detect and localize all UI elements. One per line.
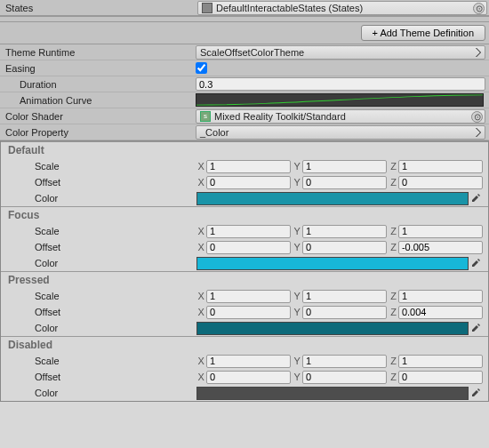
- scale-y-input[interactable]: [302, 225, 387, 238]
- axis-label-z: Z: [389, 161, 397, 172]
- state-group: Focus Scale X Y Z Offset X Y Z Color: [1, 206, 488, 271]
- color-property-dropdown[interactable]: _Color: [196, 125, 485, 140]
- states-object-field[interactable]: DefaultInteractableStates (States): [197, 1, 487, 15]
- axis-label-y: Y: [293, 226, 301, 236]
- color-label: Color: [1, 258, 196, 268]
- scale-x-input[interactable]: [206, 160, 291, 173]
- axis-label-x: X: [196, 177, 204, 188]
- scale-label: Scale: [1, 226, 196, 236]
- eyedropper-icon[interactable]: [469, 388, 483, 398]
- states-label: States: [0, 3, 196, 13]
- animation-curve-field[interactable]: [196, 93, 484, 107]
- offset-label: Offset: [1, 177, 196, 188]
- axis-label-x: X: [196, 291, 204, 301]
- axis-label-z: Z: [389, 307, 397, 317]
- axis-label-z: Z: [389, 177, 397, 188]
- state-group: Disabled Scale X Y Z Offset X Y Z Color: [1, 336, 488, 401]
- color-shader-object-field[interactable]: s Mixed Reality Toolkit/Standard: [196, 109, 485, 124]
- scale-label: Scale: [1, 356, 196, 366]
- eyedropper-icon[interactable]: [469, 323, 483, 333]
- offset-x-input[interactable]: [206, 371, 291, 384]
- state-header: Pressed: [1, 272, 488, 288]
- offset-label: Offset: [1, 372, 196, 382]
- add-theme-definition-button[interactable]: + Add Theme Definition: [361, 25, 485, 41]
- offset-x-input[interactable]: [206, 241, 291, 254]
- color-field[interactable]: [196, 257, 469, 270]
- eyedropper-icon[interactable]: [469, 193, 483, 204]
- axis-label-y: Y: [293, 372, 301, 382]
- color-shader-label: Color Shader: [0, 111, 196, 122]
- scale-z-input[interactable]: [398, 225, 483, 238]
- shader-icon: s: [200, 111, 211, 122]
- offset-y-input[interactable]: [302, 306, 387, 319]
- scale-z-input[interactable]: [398, 160, 483, 173]
- offset-y-input[interactable]: [302, 241, 387, 254]
- color-field[interactable]: [196, 322, 469, 335]
- scale-x-input[interactable]: [206, 290, 291, 303]
- object-picker-icon[interactable]: [473, 3, 485, 14]
- axis-label-y: Y: [293, 291, 301, 301]
- offset-label: Offset: [1, 242, 196, 252]
- axis-label-y: Y: [293, 177, 301, 188]
- duration-input[interactable]: [196, 77, 485, 91]
- offset-z-input[interactable]: [398, 306, 483, 319]
- axis-label-z: Z: [389, 242, 397, 252]
- axis-label-x: X: [196, 226, 204, 236]
- object-picker-icon[interactable]: [471, 111, 483, 123]
- state-group: Pressed Scale X Y Z Offset X Y Z Color: [1, 271, 488, 336]
- scale-y-input[interactable]: [302, 355, 387, 368]
- axis-label-z: Z: [389, 226, 397, 236]
- state-header: Focus: [1, 207, 488, 223]
- theme-runtime-dropdown[interactable]: ScaleOffsetColorTheme: [196, 45, 485, 60]
- state-group: Default Scale X Y Z Offset X Y Z Color: [1, 141, 488, 206]
- easing-label: Easing: [0, 63, 196, 74]
- theme-runtime-label: Theme Runtime: [0, 47, 196, 58]
- offset-z-input[interactable]: [398, 176, 483, 189]
- offset-x-input[interactable]: [206, 306, 291, 319]
- scale-x-input[interactable]: [206, 355, 291, 368]
- offset-x-input[interactable]: [206, 176, 291, 189]
- eyedropper-icon[interactable]: [469, 258, 483, 268]
- separator: [0, 16, 489, 22]
- animation-curve-label: Animation Curve: [0, 95, 196, 106]
- axis-label-x: X: [196, 307, 204, 317]
- offset-label: Offset: [1, 307, 196, 317]
- color-label: Color: [1, 388, 196, 398]
- axis-label-z: Z: [389, 356, 397, 366]
- scale-label: Scale: [1, 291, 196, 301]
- color-property-label: Color Property: [0, 127, 196, 138]
- axis-label-y: Y: [293, 161, 301, 172]
- state-header: Disabled: [1, 337, 488, 353]
- offset-z-input[interactable]: [398, 371, 483, 384]
- axis-label-x: X: [196, 242, 204, 252]
- axis-label-z: Z: [389, 291, 397, 301]
- color-label: Color: [1, 323, 196, 333]
- axis-label-x: X: [196, 372, 204, 382]
- state-header: Default: [1, 142, 488, 158]
- axis-label-x: X: [196, 161, 204, 172]
- axis-label-z: Z: [389, 372, 397, 382]
- axis-label-y: Y: [293, 356, 301, 366]
- asset-icon: [202, 3, 212, 13]
- duration-label: Duration: [0, 79, 196, 90]
- axis-label-y: Y: [293, 307, 301, 317]
- scale-y-input[interactable]: [302, 160, 387, 173]
- scale-z-input[interactable]: [398, 355, 483, 368]
- states-value: DefaultInteractableStates (States): [216, 3, 363, 13]
- scale-label: Scale: [1, 161, 196, 172]
- axis-label-y: Y: [293, 242, 301, 252]
- offset-z-input[interactable]: [398, 241, 483, 254]
- color-field[interactable]: [196, 192, 469, 205]
- offset-y-input[interactable]: [302, 176, 387, 189]
- axis-label-x: X: [196, 356, 204, 366]
- scale-y-input[interactable]: [302, 290, 387, 303]
- scale-x-input[interactable]: [206, 225, 291, 238]
- offset-y-input[interactable]: [302, 371, 387, 384]
- easing-checkbox[interactable]: [196, 62, 207, 74]
- scale-z-input[interactable]: [398, 290, 483, 303]
- color-field[interactable]: [196, 387, 469, 400]
- color-label: Color: [1, 193, 196, 204]
